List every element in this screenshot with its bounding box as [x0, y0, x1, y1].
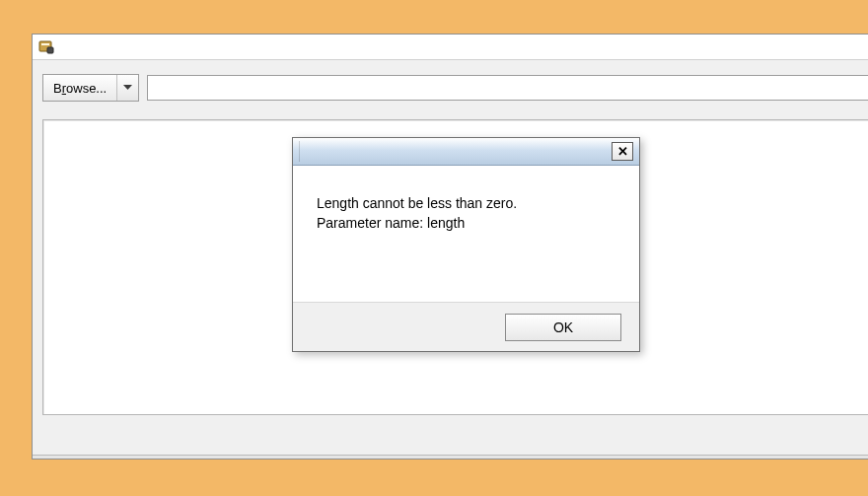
- svg-rect-1: [41, 43, 49, 45]
- browse-dropdown[interactable]: Browse...: [42, 74, 139, 102]
- statusbar-divider: [33, 455, 868, 459]
- dialog-message-line1: Length cannot be less than zero.: [317, 193, 619, 213]
- chevron-down-icon[interactable]: [116, 75, 138, 101]
- app-icon: [38, 39, 54, 55]
- close-icon: ✕: [617, 145, 628, 158]
- dialog-titlebar: ✕: [293, 138, 639, 166]
- dialog-button-row: OK: [293, 302, 639, 351]
- error-dialog: ✕ Length cannot be less than zero. Param…: [292, 137, 640, 352]
- svg-rect-2: [47, 47, 53, 53]
- ok-button[interactable]: OK: [505, 314, 621, 341]
- close-button[interactable]: ✕: [612, 142, 633, 161]
- titlebar: [33, 35, 868, 60]
- dialog-body: Length cannot be less than zero. Paramet…: [293, 166, 639, 302]
- browse-label: Browse...: [43, 75, 116, 101]
- path-input[interactable]: [147, 75, 868, 101]
- toolbar: Browse...: [33, 60, 868, 111]
- dialog-message-line2: Parameter name: length: [317, 213, 619, 233]
